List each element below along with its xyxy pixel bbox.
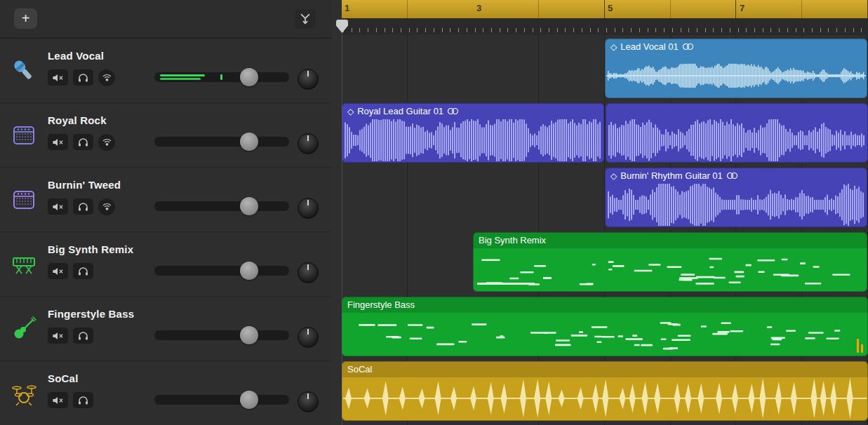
volume-thumb[interactable] (240, 326, 258, 344)
waveform (343, 377, 867, 419)
region-lead-vocal-01[interactable]: ◇ Lead Vocal 01 (605, 39, 867, 98)
track-header-panel: + Lead Vocal (0, 0, 332, 425)
headphones-icon (78, 138, 88, 147)
region-label: Big Synth Remix (479, 235, 546, 245)
guitar-amp-icon (8, 183, 39, 217)
bar-number: 1 (345, 3, 349, 13)
midi-notes (343, 313, 867, 355)
mute-speaker-icon (52, 203, 64, 211)
mute-button[interactable] (48, 69, 68, 86)
volume-slider[interactable] (154, 330, 289, 340)
loop-rings-icon (682, 43, 694, 50)
volume-thumb[interactable] (240, 68, 258, 86)
track-name: SoCal (48, 372, 79, 384)
volume-thumb[interactable] (240, 262, 258, 280)
volume-thumb[interactable] (240, 133, 258, 151)
track-row-lead-vocal[interactable]: Lead Vocal (0, 39, 332, 103)
headphones-icon (78, 396, 88, 405)
mute-button[interactable] (48, 198, 68, 215)
region-label: Fingerstyle Bass (347, 299, 415, 310)
region-royal-lead-guitar-01[interactable]: ◇ Royal Lead Guitar 01 (342, 103, 604, 163)
region-label: Lead Vocal 01 (620, 41, 678, 52)
level-meter (160, 74, 230, 80)
waveform (343, 119, 603, 161)
bar-number: 5 (608, 3, 613, 13)
sub-beat-ruler[interactable] (342, 18, 868, 35)
monitoring-icon (102, 138, 112, 147)
track-name: Burnin' Tweed (48, 179, 121, 191)
track-name: Lead Vocal (48, 50, 104, 62)
headphones-icon (78, 203, 88, 211)
volume-thumb[interactable] (240, 391, 258, 409)
mute-speaker-icon (52, 332, 64, 340)
track-name: Big Synth Remix (48, 243, 133, 255)
volume-slider[interactable] (154, 137, 289, 147)
region-header: ◇ Burnin' Rhythm Guitar 01 (605, 168, 867, 184)
follow-tempo-icon: ◇ (347, 107, 354, 116)
follow-tempo-icon: ◇ (610, 43, 617, 51)
mute-speaker-icon (52, 396, 64, 405)
pan-knob[interactable] (298, 391, 319, 412)
monitoring-icon (102, 74, 112, 82)
beat-ruler[interactable]: 1 3 5 7 (342, 0, 868, 18)
out-of-range-note-tick (861, 344, 863, 353)
add-track-button[interactable]: + (14, 8, 37, 29)
region-header: ◇ Lead Vocal 01 (605, 39, 867, 55)
volume-slider[interactable] (154, 395, 289, 405)
drum-kit-icon (8, 377, 39, 410)
track-buttons (48, 392, 93, 408)
region-big-synth-remix[interactable]: Big Synth Remix (473, 232, 867, 292)
mute-button[interactable] (48, 263, 68, 279)
region-socal[interactable]: SoCal (342, 361, 868, 421)
loop-rings-icon (447, 107, 459, 115)
track-row-big-synth-remix[interactable]: Big Synth Remix (0, 232, 332, 297)
track-row-burnin-tweed[interactable]: Burnin' Tweed (0, 168, 332, 232)
pan-knob[interactable] (298, 327, 319, 348)
track-buttons (48, 328, 93, 344)
mute-button[interactable] (48, 328, 68, 344)
out-of-range-note-tick (857, 339, 859, 353)
pan-knob[interactable] (298, 262, 319, 283)
track-buttons (48, 198, 115, 215)
waveform (607, 119, 867, 161)
headphones-icon (78, 332, 88, 340)
region-label: Burnin' Rhythm Guitar 01 (620, 170, 723, 181)
mute-button[interactable] (48, 392, 68, 408)
midi-notes (474, 248, 866, 290)
region-royal-lead-guitar-01-continued[interactable] (606, 103, 868, 163)
volume-slider[interactable] (154, 72, 289, 82)
track-row-fingerstyle-bass[interactable]: Fingerstyle Bass (0, 297, 332, 361)
headphones-button[interactable] (73, 392, 93, 408)
pan-knob[interactable] (298, 198, 319, 219)
bass-guitar-icon (8, 312, 39, 346)
pan-knob[interactable] (298, 133, 319, 154)
pan-knob[interactable] (298, 69, 319, 90)
track-row-royal-rock[interactable]: Royal Rock (0, 103, 332, 168)
mute-button[interactable] (48, 134, 68, 150)
track-buttons (48, 134, 115, 151)
region-fingerstyle-bass[interactable]: Fingerstyle Bass (342, 297, 868, 356)
headphones-button[interactable] (73, 69, 93, 86)
headphones-icon (78, 267, 88, 276)
track-header-control-button[interactable] (295, 9, 316, 29)
merge-arrows-icon (298, 12, 312, 26)
headphones-button[interactable] (73, 263, 93, 279)
track-row-socal[interactable]: SoCal (0, 361, 332, 425)
region-burnin-rhythm-guitar-01[interactable]: ◇ Burnin' Rhythm Guitar 01 (605, 168, 867, 227)
monitoring-button[interactable] (98, 134, 115, 151)
volume-thumb[interactable] (240, 197, 258, 215)
region-header: Big Synth Remix (473, 232, 867, 248)
headphones-button[interactable] (73, 198, 93, 215)
volume-slider[interactable] (154, 266, 289, 276)
headphones-button[interactable] (73, 134, 93, 150)
volume-slider[interactable] (154, 201, 289, 211)
region-header: Fingerstyle Bass (342, 297, 868, 313)
follow-tempo-icon: ◇ (610, 172, 617, 180)
monitoring-button[interactable] (98, 69, 115, 86)
mute-speaker-icon (52, 74, 64, 82)
headphones-button[interactable] (73, 328, 93, 344)
monitoring-button[interactable] (98, 198, 115, 215)
monitoring-icon (102, 203, 112, 211)
track-name: Fingerstyle Bass (48, 308, 134, 320)
bar-number: 3 (476, 3, 481, 13)
